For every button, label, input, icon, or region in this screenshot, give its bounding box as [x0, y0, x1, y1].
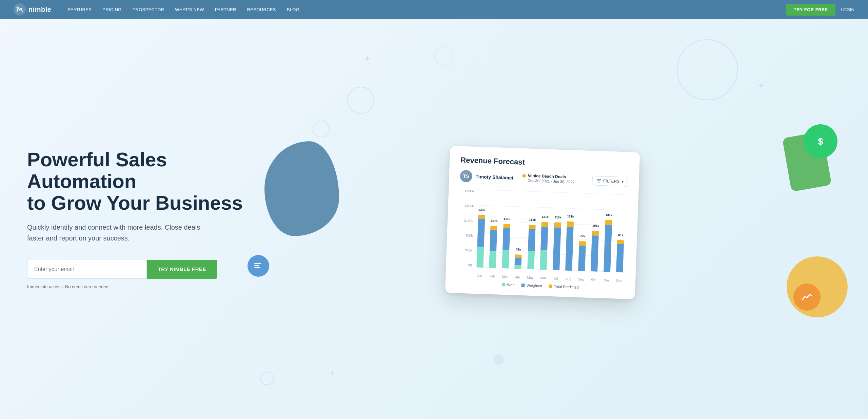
y-label: $160k [459, 204, 474, 208]
bar-column [564, 221, 576, 271]
bar-group: 111k [500, 224, 512, 268]
x-label: Aug [563, 277, 574, 281]
svg-rect-4 [254, 265, 259, 266]
chart-deal-info: Venice Beach Deals Dec 30, 2021 - Jun 30… [522, 173, 575, 185]
y-label: $40k [457, 248, 472, 252]
hero-right: $ Revenue Forecast TS Timoty Shalamet [244, 114, 841, 324]
y-label: $120k [458, 218, 473, 223]
legend-label: Total Predicted [554, 284, 579, 289]
bar-column [525, 225, 537, 269]
nav-resources[interactable]: RESOURCES [247, 7, 276, 12]
bar-label: 139k [478, 208, 485, 212]
bar-column [513, 254, 524, 269]
bar-label: 121k [567, 214, 574, 218]
nav-login-link[interactable]: LOGIN [841, 7, 854, 12]
chart-title: Revenue Forecast [460, 155, 629, 170]
bar-predicted [515, 254, 522, 258]
nav-pricing[interactable]: PRICING [102, 7, 121, 12]
x-label: Feb [487, 274, 498, 278]
bar-predicted [554, 222, 561, 228]
bar-predicted [529, 225, 536, 229]
chart-header: TS Timoty Shalamet Venice Beach Deals De… [460, 170, 628, 188]
nav-partner[interactable]: PARTNER [215, 7, 236, 12]
bar-predicted [617, 240, 624, 244]
x-label: May [525, 275, 536, 279]
bar-weighted [490, 230, 497, 251]
legend-dot [521, 283, 525, 287]
bar-weighted [515, 257, 522, 265]
bar-label: 38k [516, 248, 521, 251]
bar-column [538, 222, 550, 270]
bar-column [601, 220, 614, 272]
bar-won [489, 251, 496, 268]
bar-column [614, 240, 626, 272]
nav-right: TRY FOR FREE LOGIN [786, 4, 854, 16]
bar-label: 119k [554, 215, 561, 219]
trend-icon [800, 290, 814, 304]
bar-group: 38k [513, 254, 524, 269]
chart-deal-dot [522, 174, 526, 177]
bar-weighted [591, 235, 599, 272]
bar-chart: $200k$160k$120k$80k$40k$0 139k107k111k38… [456, 189, 628, 282]
x-label: Oct [589, 277, 599, 281]
legend-dot [502, 282, 505, 286]
bar-won [514, 265, 521, 269]
svg-rect-7 [597, 180, 600, 181]
legend-item: Total Predicted [549, 284, 579, 289]
nav-whats-new[interactable]: WHAT'S NEW [175, 7, 204, 12]
email-input[interactable] [27, 260, 147, 279]
blob-green-circle: $ [804, 124, 837, 158]
y-label: $0 [457, 263, 472, 267]
hero-cta-button[interactable]: TRY NIMBLE FREE [147, 260, 217, 279]
logo-icon [14, 3, 26, 16]
bar-weighted [553, 227, 561, 270]
bar-predicted [605, 220, 612, 225]
logo[interactable]: nimble [14, 3, 51, 16]
nav-features[interactable]: FEATURES [67, 7, 92, 12]
bar-column [551, 222, 563, 270]
bar-column [589, 230, 601, 271]
bar-column [487, 226, 499, 268]
bar-predicted [567, 221, 574, 227]
bar-label: 72k [580, 234, 585, 238]
bar-weighted [540, 226, 548, 250]
nav-try-free-button[interactable]: TRY FOR FREE [786, 4, 835, 16]
x-label: Mar [499, 274, 510, 278]
bar-label: 131k [605, 213, 612, 217]
bar-label: 81k [618, 233, 623, 237]
chart-plot-area: 139k107k111k38k111k121k119k121k72k101k13… [474, 189, 628, 272]
hero-headline: Powerful Sales Automation to Grow Your B… [27, 149, 244, 213]
bar-group: 111k [525, 225, 537, 269]
bar-weighted [604, 225, 612, 272]
bar-group: 107k [487, 226, 499, 268]
chart-filters-button[interactable]: FILTERS ▾ [592, 176, 628, 187]
svg-rect-3 [254, 263, 261, 264]
bar-column [500, 224, 512, 268]
bar-label: 111k [529, 218, 536, 222]
bar-group: 139k [474, 215, 487, 268]
bar-won [502, 249, 509, 268]
logo-text: nimble [28, 6, 51, 14]
chart-user: TS Timoty Shalamet Venice Beach Deals De… [460, 170, 575, 186]
bar-predicted [490, 226, 497, 230]
bar-weighted [528, 229, 536, 251]
nav-prospector[interactable]: PROSPECTOR [133, 7, 164, 12]
bar-weighted [578, 245, 586, 271]
svg-rect-5 [254, 267, 260, 268]
svg-rect-8 [598, 182, 600, 182]
x-label: Jan [474, 274, 485, 278]
bar-group: 101k [589, 230, 601, 271]
bar-label: 121k [542, 215, 549, 218]
bar-predicted [579, 241, 586, 246]
hero-section: + + + Powerful Sales Automation to Grow … [0, 19, 868, 419]
bar-predicted [503, 224, 510, 228]
x-label: Nov [601, 278, 612, 282]
bar-won [527, 251, 535, 269]
bar-label: 101k [592, 224, 599, 228]
dollar-icon: $ [813, 134, 828, 149]
bar-weighted [616, 244, 624, 272]
chart-y-labels: $200k$160k$120k$80k$40k$0 [457, 189, 474, 267]
svg-text:$: $ [818, 136, 823, 146]
bar-group: 81k [614, 240, 626, 272]
nav-blog[interactable]: BLOG [287, 7, 299, 12]
